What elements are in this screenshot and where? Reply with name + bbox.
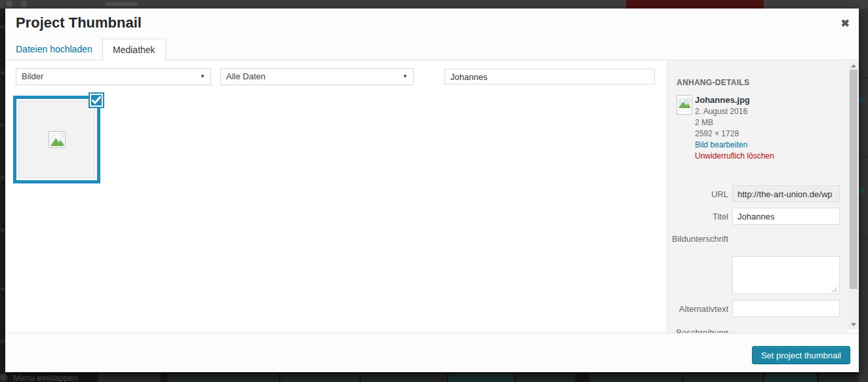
dimmed-cell [516,373,575,382]
dimmed-divider [859,156,868,157]
admin-footer-dimmed: Menü einklappen [5,372,859,382]
caption-label: Bildunterschrift [667,234,728,244]
delete-permanently-link[interactable]: Unwiderruflich löschen [695,151,774,162]
menu-icon [1,71,5,75]
attachment-tile[interactable] [13,96,100,183]
set-thumbnail-button[interactable]: Set project thumbnail [752,346,850,364]
admin-menu-dimmed [0,9,5,382]
dimmed-link [859,97,864,102]
menu-icon [1,228,5,232]
image-file-icon [677,95,692,117]
dimmed-cell [448,373,514,382]
edit-image-link[interactable]: Bild bearbeiten [695,140,747,151]
dimmed-cell [819,373,859,382]
selected-check-icon[interactable] [90,94,103,107]
sidebar-heading: ANHANG-DETAILS [677,78,749,87]
admin-bar-text [105,3,138,6]
search-input[interactable] [444,69,655,85]
menu-icon [1,123,5,127]
menu-icon [1,25,5,29]
title-label: Titel [667,212,728,221]
url-field[interactable] [732,185,840,202]
attachment-date: 2. August 2016 [695,106,839,117]
broken-image-icon [49,131,66,148]
collapse-menu[interactable]: Menü einklappen [13,373,78,382]
wordpress-logo-icon [7,1,12,7]
admin-content-dimmed [859,9,868,382]
screen: Menü einklappen Project Thumbnail ✖ Date… [0,0,868,382]
date-filter-select[interactable]: Alle Daten ▼ [220,68,414,85]
tab-media-library[interactable]: Mediathek [102,39,166,61]
tab-bar: Dateien hochladen Mediathek [5,39,859,60]
media-type-filter-select[interactable]: Bilder ▼ [16,68,211,85]
chevron-down-icon: ▼ [200,69,205,85]
alt-text-field[interactable] [732,300,840,317]
scroll-down-icon[interactable] [851,323,856,326]
modal-title: Project Thumbnail [16,14,142,31]
caption-textarea[interactable] [732,256,840,294]
chevron-down-icon: ▼ [403,69,408,85]
media-modal: Project Thumbnail ✖ Dateien hochladen Me… [5,9,859,372]
menu-icon [1,287,5,291]
attachments-browser: Bilder ▼ Alle Daten ▼ [5,60,859,333]
dimmed-cell [361,373,446,382]
file-meta: Johannes.jpg 2. August 2016 2 MB 2592 × … [695,94,839,162]
dimmed-divider [859,77,868,79]
title-field[interactable] [732,208,840,225]
dimmed-cell [98,373,161,382]
attachment-filesize: 2 MB [695,117,839,128]
attachment-filename: Johannes.jpg [695,94,839,106]
site-icon [21,1,27,7]
description-label: Beschreibung [667,328,728,333]
menu-icon [1,339,5,343]
dimmed-cell [684,373,762,382]
dimmed-cell [281,373,359,382]
date-filter-value: Alle Daten [226,71,266,81]
dimmed-cell [167,373,279,382]
dimmed-cell [764,373,817,382]
dimmed-link [859,187,864,193]
media-type-filter-value: Bilder [22,71,43,81]
scroll-up-icon[interactable] [851,64,856,67]
close-icon[interactable]: ✖ [841,18,850,29]
admin-bar-dimmed [0,0,868,9]
scrollbar-thumb[interactable] [850,69,858,289]
url-label: URL [667,189,728,199]
tab-upload-files[interactable]: Dateien hochladen [16,44,92,54]
scrollbar[interactable] [848,61,859,330]
admin-bar-notice [626,0,764,9]
dimmed-cell [590,373,682,382]
dimmed-divider [859,238,868,239]
attachment-dimensions: 2592 × 1728 [695,128,839,140]
attachment-thumbnail [18,101,95,178]
menu-icon [1,176,5,180]
modal-footer: Set project thumbnail [5,333,859,372]
alt-text-label: Alternativtext [667,304,728,314]
avatar [0,373,7,381]
attachment-details-sidebar: ANHANG-DETAILS Johannes.jpg 2. August 20… [666,60,848,333]
